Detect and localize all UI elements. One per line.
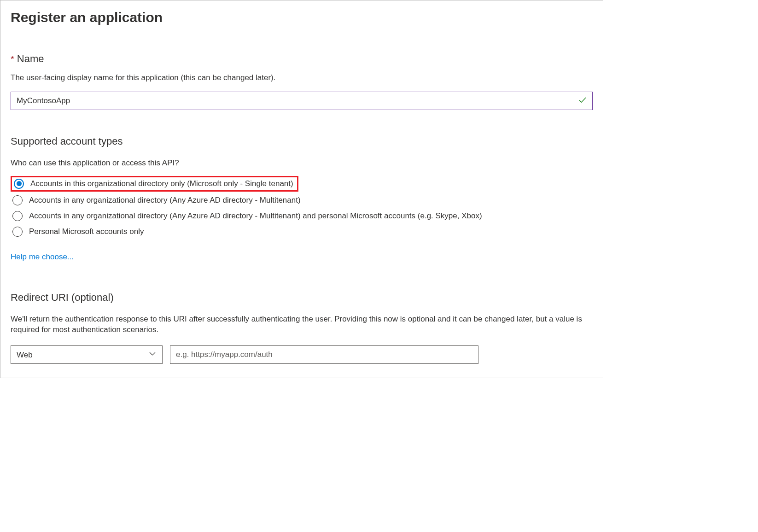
radio-label: Personal Microsoft accounts only <box>29 227 144 236</box>
name-input[interactable] <box>11 92 593 110</box>
radio-label: Accounts in any organizational directory… <box>29 211 482 221</box>
redirect-uri-inputs-row: Web <box>11 345 593 364</box>
radio-label: Accounts in this organizational director… <box>30 179 293 188</box>
radio-option-personal-only[interactable]: Personal Microsoft accounts only <box>11 224 593 240</box>
redirect-uri-input[interactable] <box>170 345 478 364</box>
radio-option-multitenant-personal[interactable]: Accounts in any organizational directory… <box>11 208 593 224</box>
platform-select-wrapper: Web <box>11 345 163 364</box>
redirect-uri-section: Redirect URI (optional) We'll return the… <box>11 292 593 364</box>
account-types-heading: Supported account types <box>11 135 593 147</box>
radio-option-single-tenant[interactable]: Accounts in this organizational director… <box>14 179 293 189</box>
redirect-uri-description: We'll return the authentication response… <box>11 314 593 336</box>
name-section: * Name The user-facing display name for … <box>11 53 593 110</box>
name-label-row: * Name <box>11 53 593 65</box>
register-application-form: Register an application * Name The user-… <box>0 0 603 378</box>
name-input-wrapper <box>11 92 593 110</box>
account-types-section: Supported account types Who can use this… <box>11 135 593 292</box>
redirect-uri-heading: Redirect URI (optional) <box>11 292 593 304</box>
radio-option-multitenant[interactable]: Accounts in any organizational directory… <box>11 193 593 208</box>
platform-select[interactable]: Web <box>11 345 163 364</box>
account-types-description: Who can use this application or access t… <box>11 158 593 169</box>
help-me-choose-link[interactable]: Help me choose... <box>11 252 74 262</box>
radio-icon <box>14 179 24 189</box>
name-label: Name <box>17 53 44 65</box>
required-asterisk-icon: * <box>11 54 14 64</box>
page-title: Register an application <box>11 10 593 25</box>
account-types-radio-group: Accounts in this organizational director… <box>11 176 593 240</box>
radio-label: Accounts in any organizational directory… <box>29 196 301 205</box>
radio-icon <box>12 195 23 205</box>
radio-option-single-tenant-highlight: Accounts in this organizational director… <box>11 176 298 192</box>
name-description: The user-facing display name for this ap… <box>11 72 593 83</box>
radio-icon <box>12 227 23 237</box>
radio-icon <box>12 211 23 221</box>
